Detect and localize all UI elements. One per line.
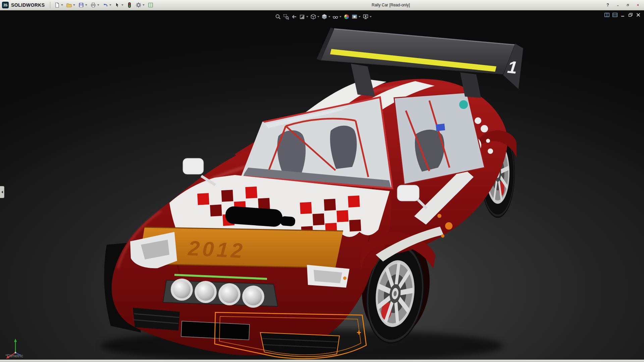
year-decal-text: 2012 (187, 236, 246, 262)
toolbar-separator (50, 2, 50, 8)
dropdown-arrow-icon[interactable] (317, 16, 319, 17)
dropdown-arrow-icon[interactable] (73, 4, 75, 6)
doc-minimize-icon (621, 13, 625, 17)
doc-close-icon (636, 13, 641, 17)
bottom-scroll-strip[interactable] (0, 360, 644, 362)
pane-split-right-icon (612, 13, 618, 17)
close-icon (637, 3, 639, 7)
section-view-button[interactable] (299, 13, 309, 20)
new-document-button[interactable] (53, 1, 64, 9)
center-bumper-intake (260, 333, 339, 357)
gear-icon (136, 2, 142, 8)
view-settings-button[interactable] (362, 13, 372, 20)
select-button[interactable] (113, 1, 124, 9)
display-style-button[interactable] (321, 13, 331, 20)
dropdown-arrow-icon[interactable] (328, 16, 330, 17)
rebuild-button[interactable] (125, 1, 133, 9)
zoom-to-fit-icon (275, 14, 281, 20)
zoom-to-area-icon (283, 14, 289, 20)
edit-appearance-button[interactable] (343, 13, 350, 20)
left-bumper-intake (133, 308, 180, 330)
options-button[interactable] (135, 1, 146, 9)
restore-button[interactable] (625, 2, 631, 8)
view-settings-icon (363, 14, 369, 20)
print-button[interactable] (89, 1, 100, 9)
previous-view-icon (291, 14, 297, 20)
brand-text: SOLIDWORKS (11, 2, 45, 8)
dropdown-arrow-icon[interactable] (143, 4, 145, 6)
view-orientation-button[interactable] (310, 13, 320, 20)
dropdown-arrow-icon[interactable] (61, 4, 63, 6)
pane-split-right-button[interactable] (612, 13, 618, 17)
new-document-icon (54, 2, 60, 8)
file-properties-button[interactable] (147, 1, 155, 9)
minimize-button[interactable] (614, 2, 621, 8)
rebuild-traffic-light-icon (126, 2, 132, 8)
undo-button[interactable] (101, 1, 112, 9)
window-controls: ? (604, 0, 641, 10)
3d-model-scene[interactable]: 2012 (0, 10, 644, 360)
windshield[interactable] (242, 97, 392, 188)
select-cursor-icon (114, 2, 120, 8)
view-orientation-label: *Dimetric (5, 353, 23, 358)
open-button[interactable] (65, 1, 76, 9)
graphics-viewport[interactable]: 2012 (0, 10, 644, 360)
race-number-decal: 1 (506, 57, 518, 77)
doc-close-button[interactable] (636, 13, 641, 17)
title-bar: 3S SOLIDWORKS (0, 0, 644, 10)
dropdown-arrow-icon[interactable] (121, 4, 123, 6)
hide-show-items-button[interactable] (332, 13, 342, 20)
dropdown-arrow-icon[interactable] (370, 16, 372, 17)
undo-arrow-icon (102, 2, 108, 8)
spreadsheet-icon (148, 2, 154, 8)
chevron-left-icon (1, 191, 3, 193)
doc-restore-icon (628, 13, 633, 17)
solidworks-logo-icon: 3S (2, 2, 9, 8)
display-style-icon (321, 14, 327, 20)
collapse-panel-tab[interactable] (0, 186, 4, 198)
appearance-ball-icon (343, 14, 350, 20)
previous-view-button[interactable] (290, 13, 298, 20)
eyeglasses-icon (332, 14, 338, 20)
solidworks-window: 3S SOLIDWORKS (0, 0, 644, 362)
dropdown-arrow-icon[interactable] (339, 16, 341, 17)
help-button[interactable]: ? (604, 2, 611, 8)
print-icon (90, 2, 96, 8)
document-title: Rally Car [Read-only] (372, 3, 410, 7)
dropdown-arrow-icon[interactable] (306, 16, 308, 17)
pane-split-left-button[interactable] (604, 13, 609, 17)
minimize-icon (616, 3, 619, 7)
section-view-icon (299, 14, 305, 20)
save-floppy-icon (78, 2, 84, 8)
dropdown-arrow-icon[interactable] (85, 4, 87, 6)
dropdown-arrow-icon[interactable] (97, 4, 99, 6)
zoom-to-fit-button[interactable] (274, 13, 282, 20)
heads-up-view-toolbar (274, 13, 372, 20)
save-button[interactable] (77, 1, 88, 9)
doc-restore-button[interactable] (628, 13, 633, 17)
dropdown-arrow-icon[interactable] (359, 16, 361, 17)
doc-minimize-button[interactable] (621, 13, 625, 17)
apply-scene-button[interactable] (351, 13, 361, 20)
scene-icon (352, 14, 358, 20)
pane-split-left-icon (604, 13, 609, 17)
open-folder-icon (66, 2, 72, 8)
zoom-to-area-button[interactable] (282, 13, 290, 20)
document-window-controls (604, 13, 641, 17)
main-toolbar: 3S SOLIDWORKS (0, 1, 155, 9)
restore-icon (627, 3, 629, 7)
dropdown-arrow-icon[interactable] (109, 4, 111, 6)
view-orientation-cube-icon (310, 14, 316, 20)
close-button[interactable] (635, 2, 641, 8)
